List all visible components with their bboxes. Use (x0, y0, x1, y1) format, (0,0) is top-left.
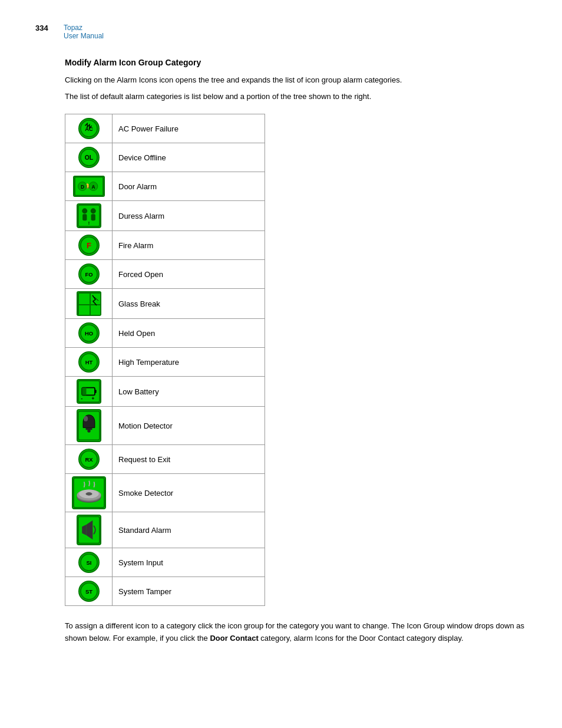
breadcrumb-topaz[interactable]: Topaz (64, 24, 104, 32)
page-number: 334 (35, 24, 59, 32)
ac-power-icon: AC (78, 118, 100, 139)
rtx-label: Request to Exit (113, 445, 265, 474)
description-1: Clicking on the Alarm Icons icon opens t… (65, 74, 527, 86)
ac-power-icon-cell: AC (68, 117, 110, 140)
svg-text:!: ! (88, 220, 89, 226)
page-header: 334 Topaz User Manual (35, 24, 527, 40)
table-row: F Fire Alarm (65, 231, 265, 260)
table-row: Motion Detector (65, 407, 265, 445)
glass-break-label: Glass Break (113, 289, 265, 319)
footer-bold-text: Door Contact (210, 634, 258, 643)
glass-break-icon (77, 291, 101, 316)
fire-alarm-icon-cell: F (68, 233, 110, 257)
system-input-icon-cell: SI (68, 551, 110, 574)
held-open-label: Held Open (113, 319, 265, 348)
table-row: ! Duress Alarm (65, 201, 265, 231)
footer-text: To assign a different icon to a category… (65, 620, 527, 645)
door-alarm-label: Door Alarm (113, 172, 265, 201)
rtx-icon: RX (78, 449, 100, 470)
table-row: ST System Tamper (65, 577, 265, 606)
svg-text:SI: SI (86, 559, 91, 566)
motion-detector-icon-cell (68, 409, 110, 442)
held-open-icon-cell: HO (68, 321, 110, 345)
table-row: HO Held Open (65, 319, 265, 348)
fire-alarm-label: Fire Alarm (113, 231, 265, 260)
system-tamper-icon-cell: ST (68, 579, 110, 603)
svg-text:OL: OL (84, 154, 92, 161)
system-tamper-label: System Tamper (113, 577, 265, 606)
duress-alarm-label: Duress Alarm (113, 201, 265, 231)
svg-text:HO: HO (84, 330, 92, 337)
device-offline-icon-cell: OL (68, 146, 110, 169)
footer-text-2: category, alarm Icons for the Door Conta… (259, 634, 464, 643)
door-alarm-icon: 🚪🔔 D A (73, 176, 105, 197)
forced-open-icon: FO (78, 263, 100, 285)
svg-text:ST: ST (85, 588, 92, 595)
table-row: RX Request to Exit (65, 445, 265, 474)
svg-rect-30 (82, 388, 86, 396)
high-temp-icon: HT (78, 351, 100, 373)
breadcrumb-manual[interactable]: User Manual (64, 32, 104, 40)
svg-text:+: + (91, 396, 94, 401)
svg-text:FO: FO (85, 271, 92, 278)
forced-open-icon-cell: FO (68, 262, 110, 286)
low-battery-label: Low Battery (113, 377, 265, 407)
smoke-detector-icon-cell (68, 476, 110, 509)
rtx-icon-cell: RX (68, 447, 110, 471)
motion-detector-label: Motion Detector (113, 407, 265, 445)
device-offline-icon: OL (78, 147, 100, 168)
device-offline-label: Device Offline (113, 143, 265, 172)
svg-point-35 (87, 429, 90, 432)
svg-point-13 (90, 208, 95, 213)
section-title: Modify Alarm Icon Group Category (65, 58, 527, 67)
table-row: SI System Input (65, 548, 265, 577)
standard-alarm-icon (77, 515, 101, 545)
high-temp-icon-cell: HT (68, 350, 110, 374)
svg-point-11 (82, 208, 87, 213)
low-battery-icon-cell: - + (68, 379, 110, 404)
description-2: The list of default alarm categories is … (65, 91, 527, 103)
standard-alarm-icon-cell (68, 515, 110, 545)
held-open-icon: HO (78, 322, 100, 344)
high-temp-label: High Temperature (113, 348, 265, 377)
breadcrumb: Topaz User Manual (64, 24, 104, 40)
svg-rect-29 (94, 390, 96, 393)
svg-text:AC: AC (85, 126, 93, 132)
table-row: OL Device Offline (65, 143, 265, 172)
glass-break-icon-cell (68, 291, 110, 316)
svg-point-36 (83, 416, 87, 421)
table-row: Glass Break (65, 289, 265, 319)
system-input-icon: SI (78, 552, 100, 573)
duress-alarm-icon-cell: ! (68, 203, 110, 228)
svg-text:F: F (86, 241, 91, 250)
system-input-label: System Input (113, 548, 265, 577)
fire-alarm-icon: F (78, 235, 100, 256)
table-row: Standard Alarm (65, 512, 265, 548)
table-row: FO Forced Open (65, 260, 265, 289)
alarm-icons-table: AC AC Power Failure OL (65, 114, 527, 606)
svg-rect-12 (82, 214, 87, 220)
svg-text:HT: HT (85, 359, 92, 365)
smoke-detector-icon (72, 476, 106, 509)
duress-alarm-icon: ! (77, 203, 101, 228)
table-row: AC AC Power Failure (65, 114, 265, 143)
table-row: Smoke Detector (65, 474, 265, 512)
forced-open-label: Forced Open (113, 260, 265, 289)
svg-text:RX: RX (85, 456, 93, 463)
motion-detector-icon (77, 409, 101, 442)
table-row: - + Low Battery (65, 377, 265, 407)
table-row: HT High Temperature (65, 348, 265, 377)
svg-text:-: - (81, 396, 82, 401)
svg-text:A: A (91, 184, 95, 190)
svg-rect-14 (91, 214, 95, 220)
low-battery-icon: - + (77, 379, 101, 404)
door-alarm-icon-cell: 🚪🔔 D A (68, 174, 110, 198)
page-container: 334 Topaz User Manual Modify Alarm Icon … (0, 0, 562, 668)
ac-power-label: AC Power Failure (113, 114, 265, 143)
svg-point-44 (85, 492, 92, 496)
system-tamper-icon: ST (78, 581, 100, 602)
svg-text:D: D (80, 184, 84, 190)
standard-alarm-label: Standard Alarm (113, 512, 265, 548)
smoke-detector-label: Smoke Detector (113, 474, 265, 512)
table-row: 🚪🔔 D A Door Alarm (65, 172, 265, 201)
